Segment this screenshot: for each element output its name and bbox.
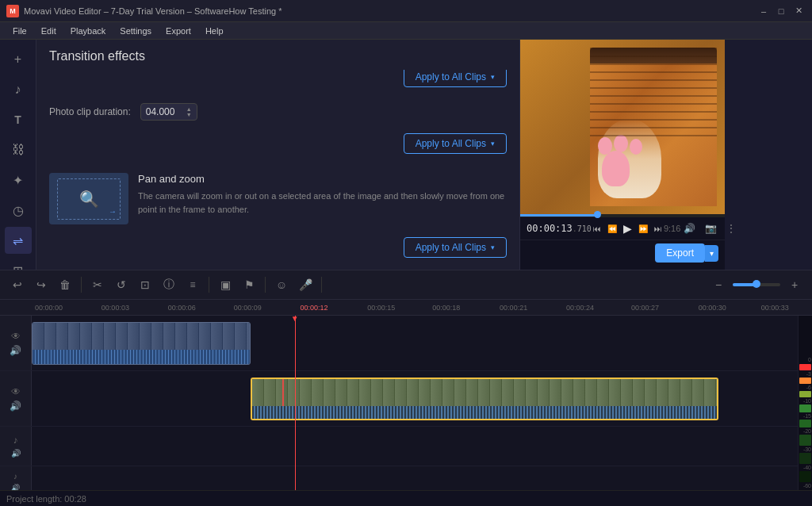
skip-start-button[interactable]: ⏮ [592,223,603,235]
pip-button[interactable]: ▣ [214,274,236,296]
menu-edit[interactable]: Edit [35,25,63,37]
cut-button[interactable]: ✂ [86,274,109,296]
duration-display: 9:16 [664,224,680,233]
track-2-body[interactable] [32,371,812,426]
flag-button[interactable]: ⚑ [238,274,260,296]
titlebar-title: Movavi Video Editor – 7-Day Trial Versio… [24,6,282,16]
music-track-body[interactable] [32,427,812,466]
effect-info: Pan and zoom The camera will zoom in or … [138,173,507,216]
track-text-header: ♪ 🔊 [0,466,32,490]
track-row-2: 👁 🔊 [0,371,812,427]
timecode-display: 00:00:13.710 [527,223,592,234]
bottom-section: ↩ ↪ 🗑 ✂ ↺ ⊡ ⓘ ≡ ▣ ⚑ ☺ 🎤 − + 00:00:00 00:… [0,270,812,490]
duration-input[interactable]: 04.000 ▲ ▼ [140,103,197,121]
play-button[interactable]: ▶ [622,220,634,236]
track-2-audio-icon[interactable]: 🔊 [10,401,21,412]
clip-1[interactable] [32,322,251,365]
export-button[interactable]: Export [655,243,705,263]
track-music-header: ♪ 🔊 [0,427,32,466]
playback-buttons: ⏮ ⏪ ▶ ⏩ ⏭ [592,220,664,236]
effect-card: 🔍 → Pan and zoom The camera will zoom in… [49,163,507,234]
track-1-eye-icon[interactable]: 👁 [11,331,21,342]
menu-help[interactable]: Help [199,25,230,37]
minimize-button[interactable]: – [756,4,771,18]
tick-18: 00:00:18 [432,304,460,312]
vu-bar-orange [799,378,811,384]
apply-all-clips-bottom-button[interactable]: Apply to All Clips ▾ [404,237,507,258]
tick-9: 00:00:09 [234,304,262,312]
spin-up[interactable]: ▲ [186,106,192,112]
redo-button[interactable]: ↪ [30,274,52,296]
sidebar-music-button[interactable]: ♪ [5,76,32,103]
more-button[interactable]: ⋮ [723,221,739,236]
apply-chevron-icon: ▾ [491,140,495,148]
sidebar-clock-button[interactable]: ◷ [5,197,32,224]
music-track-icon[interactable]: ♪ [13,435,18,446]
rotate-button[interactable]: ↺ [110,274,132,296]
zoom-slider[interactable] [733,283,780,286]
track-row-1: 👁 🔊 [0,316,812,371]
vu-label-10: -10 [799,398,811,404]
apply-top-chevron-icon: ▾ [491,73,495,81]
sidebar-fx-button[interactable]: ⛓ [5,136,32,163]
export-options-button[interactable]: ▾ [705,245,718,262]
tick-0: 00:00:00 [35,304,63,312]
clip-1-filmstrip [33,323,250,350]
skip-end-button[interactable]: ⏭ [653,223,664,235]
timeline-toolbar: ↩ ↪ 🗑 ✂ ↺ ⊡ ⓘ ≡ ▣ ⚑ ☺ 🎤 − + [0,270,812,300]
progress-handle[interactable] [594,211,601,218]
vu-label-60: -60 [799,483,811,489]
text-track-body[interactable] [32,466,812,490]
titlebar-controls[interactable]: – □ ✕ [756,4,806,18]
sidebar-transition-button[interactable]: ⇌ [5,227,32,254]
zoom-plus-button[interactable]: + [783,274,806,296]
vu-meter: 0 -3 -6 -10 -15 -20 -30 -40 -60 [798,316,812,490]
apply-all-clips-top-button[interactable]: Apply to All Clips ▾ [404,70,507,87]
undo-button[interactable]: ↩ [6,274,29,296]
export-area: Export ▾ [520,240,725,266]
track-1-audio-icon[interactable]: 🔊 [10,345,21,356]
clip-1-waveform [33,350,250,365]
info-button[interactable]: ⓘ [158,274,180,296]
track-1-body[interactable] [32,316,812,370]
duration-spinners[interactable]: ▲ ▼ [186,106,192,117]
track-2-header: 👁 🔊 [0,371,32,426]
sidebar-color-button[interactable]: ✦ [5,167,32,194]
zoom-handle[interactable] [753,280,760,288]
ruler-ticks: 00:00:00 00:00:03 00:00:06 00:00:09 00:0… [35,300,799,315]
menu-file[interactable]: File [6,25,33,37]
apply-bottom-chevron-icon: ▾ [491,243,495,251]
progress-bar-container[interactable] [520,214,725,217]
titles-button[interactable]: ≡ [182,274,204,296]
track-2-eye-icon[interactable]: 👁 [11,386,21,397]
zoom-minus-button[interactable]: − [707,274,730,296]
maximize-button[interactable]: □ [774,4,788,18]
step-back-button[interactable]: ⏪ [606,223,619,235]
close-button[interactable]: ✕ [791,4,806,18]
track-row-text: ♪ 🔊 [0,466,812,490]
toolbar-divider-2 [209,277,209,293]
titlebar-left: M Movavi Video Editor – 7-Day Trial Vers… [6,5,282,17]
music-track-audio-icon[interactable]: 🔊 [11,449,21,458]
effect-thumbnail[interactable]: 🔍 → [49,173,128,224]
sidebar-add-button[interactable]: + [5,46,32,73]
menu-playback[interactable]: Playback [64,25,113,37]
snapshot-button[interactable]: 📷 [702,221,720,236]
timeline-ruler: 00:00:00 00:00:03 00:00:06 00:00:09 00:0… [0,300,812,316]
step-forward-button[interactable]: ⏩ [637,223,649,235]
apply-all-clips-button[interactable]: Apply to All Clips ▾ [404,133,507,154]
menu-settings[interactable]: Settings [113,25,158,37]
crop-button[interactable]: ⊡ [134,274,156,296]
toolbar-divider-4 [321,277,322,293]
menu-export[interactable]: Export [159,25,197,37]
delete-button[interactable]: 🗑 [54,274,76,296]
volume-button[interactable]: 🔊 [680,221,699,236]
text-track-icon[interactable]: ♪ [13,472,17,481]
mic-button[interactable]: 🎤 [294,274,316,296]
clip-2[interactable] [251,378,718,420]
sidebar-text-button[interactable]: T [5,106,32,133]
face-button[interactable]: ☺ [270,274,293,296]
spin-down[interactable]: ▼ [186,112,192,117]
text-track-sub-icon[interactable]: 🔊 [11,484,20,490]
tick-3: 00:00:03 [102,304,129,312]
